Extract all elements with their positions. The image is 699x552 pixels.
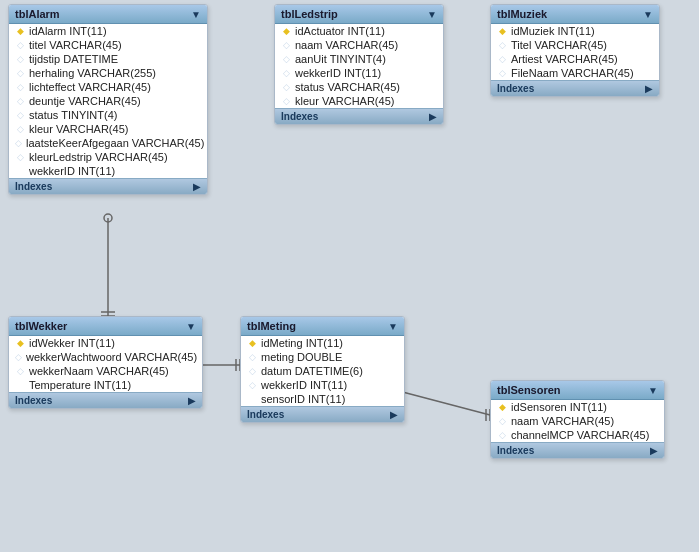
table-row: ◇wekkerWachtwoord VARCHAR(45) (9, 350, 202, 364)
table-row: ◆idAlarm INT(11) (9, 24, 207, 38)
table-header-tblLedstrip[interactable]: tblLedstrip ▼ (275, 5, 443, 24)
table-footer-tblMuziek[interactable]: Indexes ▶ (491, 80, 659, 96)
diamond-icon: ◇ (497, 68, 507, 78)
table-row: ◇laatsteKeerAfgegaan VARCHAR(45) (9, 136, 207, 150)
indexes-arrow: ▶ (650, 445, 658, 456)
table-row: ◇channelMCP VARCHAR(45) (491, 428, 664, 442)
indexes-label: Indexes (281, 111, 318, 122)
field-text: idMuziek INT(11) (511, 25, 595, 37)
diamond-icon: ◇ (497, 416, 507, 426)
field-text: wekkerID INT(11) (261, 379, 347, 391)
table-header-tblMeting[interactable]: tblMeting ▼ (241, 317, 404, 336)
spacer-icon (247, 394, 257, 404)
table-row: wekkerID INT(11) (9, 164, 207, 178)
table-row: ◇kleur VARCHAR(45) (9, 122, 207, 136)
table-footer-tblSensoren[interactable]: Indexes ▶ (491, 442, 664, 458)
key-icon: ◆ (497, 402, 507, 412)
table-row: ◇wekkerID INT(11) (241, 378, 404, 392)
table-title-tblLedstrip: tblLedstrip (281, 8, 338, 20)
field-text: Temperature INT(11) (29, 379, 131, 391)
table-footer-tblAlarm[interactable]: Indexes ▶ (9, 178, 207, 194)
key-icon: ◆ (247, 338, 257, 348)
table-row: ◆idMeting INT(11) (241, 336, 404, 350)
diamond-icon: ◇ (15, 110, 25, 120)
spacer-icon (15, 166, 25, 176)
field-text: idSensoren INT(11) (511, 401, 607, 413)
field-text: deuntje VARCHAR(45) (29, 95, 141, 107)
table-row: ◇tijdstip DATETIME (9, 52, 207, 66)
field-text: kleur VARCHAR(45) (29, 123, 128, 135)
table-row: ◇wekkerNaam VARCHAR(45) (9, 364, 202, 378)
table-tblMuziek: tblMuziek ▼ ◆idMuziek INT(11) ◇Titel VAR… (490, 4, 660, 97)
diamond-icon: ◇ (15, 68, 25, 78)
field-text: Titel VARCHAR(45) (511, 39, 607, 51)
table-row: ◇deuntje VARCHAR(45) (9, 94, 207, 108)
field-text: idAlarm INT(11) (29, 25, 107, 37)
indexes-label: Indexes (497, 445, 534, 456)
field-text: naam VARCHAR(45) (511, 415, 614, 427)
field-text: channelMCP VARCHAR(45) (511, 429, 649, 441)
field-text: datum DATETIME(6) (261, 365, 363, 377)
field-text: idWekker INT(11) (29, 337, 115, 349)
diamond-icon: ◇ (15, 124, 25, 134)
table-row: ◇aanUit TINYINT(4) (275, 52, 443, 66)
diamond-icon: ◇ (497, 40, 507, 50)
table-header-arrow-tblSensoren: ▼ (648, 385, 658, 396)
field-text: wekkerID INT(11) (29, 165, 115, 177)
indexes-arrow: ▶ (429, 111, 437, 122)
diamond-icon: ◇ (15, 366, 25, 376)
table-row: ◇titel VARCHAR(45) (9, 38, 207, 52)
diamond-icon: ◇ (15, 352, 22, 362)
field-text: wekkerWachtwoord VARCHAR(45) (26, 351, 197, 363)
table-title-tblAlarm: tblAlarm (15, 8, 60, 20)
indexes-arrow: ▶ (390, 409, 398, 420)
table-header-tblSensoren[interactable]: tblSensoren ▼ (491, 381, 664, 400)
svg-point-1 (104, 214, 112, 222)
table-header-tblAlarm[interactable]: tblAlarm ▼ (9, 5, 207, 24)
field-text: sensorID INT(11) (261, 393, 345, 405)
table-tblSensoren: tblSensoren ▼ ◆idSensoren INT(11) ◇naam … (490, 380, 665, 459)
diamond-icon: ◇ (15, 54, 25, 64)
indexes-label: Indexes (15, 181, 52, 192)
diamond-icon: ◇ (281, 82, 291, 92)
table-row: ◇status VARCHAR(45) (275, 80, 443, 94)
field-text: naam VARCHAR(45) (295, 39, 398, 51)
field-text: status VARCHAR(45) (295, 81, 400, 93)
table-title-tblMeting: tblMeting (247, 320, 296, 332)
diamond-icon: ◇ (15, 152, 25, 162)
diamond-icon: ◇ (281, 96, 291, 106)
table-row: ◇kleurLedstrip VARCHAR(45) (9, 150, 207, 164)
field-text: laatsteKeerAfgegaan VARCHAR(45) (26, 137, 204, 149)
table-row: sensorID INT(11) (241, 392, 404, 406)
table-footer-tblMeting[interactable]: Indexes ▶ (241, 406, 404, 422)
table-row: ◇Titel VARCHAR(45) (491, 38, 659, 52)
indexes-label: Indexes (497, 83, 534, 94)
table-row: ◇kleur VARCHAR(45) (275, 94, 443, 108)
field-text: status TINYINT(4) (29, 109, 117, 121)
diamond-icon: ◇ (247, 366, 257, 376)
diamond-icon: ◇ (281, 68, 291, 78)
field-text: kleur VARCHAR(45) (295, 95, 394, 107)
table-row: ◇datum DATETIME(6) (241, 364, 404, 378)
table-tblAlarm: tblAlarm ▼ ◆idAlarm INT(11) ◇titel VARCH… (8, 4, 208, 195)
table-header-arrow-tblMeting: ▼ (388, 321, 398, 332)
table-footer-tblWekker[interactable]: Indexes ▶ (9, 392, 202, 408)
field-text: Artiest VARCHAR(45) (511, 53, 618, 65)
indexes-arrow: ▶ (188, 395, 196, 406)
diamond-icon: ◇ (15, 138, 22, 148)
key-icon: ◆ (15, 26, 25, 36)
field-text: idMeting INT(11) (261, 337, 343, 349)
diamond-icon: ◇ (497, 54, 507, 64)
table-row: ◇naam VARCHAR(45) (491, 414, 664, 428)
spacer-icon (15, 380, 25, 390)
table-row: ◇wekkerID INT(11) (275, 66, 443, 80)
table-row: ◇naam VARCHAR(45) (275, 38, 443, 52)
table-header-tblMuziek[interactable]: tblMuziek ▼ (491, 5, 659, 24)
table-tblMeting: tblMeting ▼ ◆idMeting INT(11) ◇meting DO… (240, 316, 405, 423)
indexes-label: Indexes (15, 395, 52, 406)
diamond-icon: ◇ (15, 82, 25, 92)
field-text: tijdstip DATETIME (29, 53, 118, 65)
field-text: aanUit TINYINT(4) (295, 53, 386, 65)
table-header-tblWekker[interactable]: tblWekker ▼ (9, 317, 202, 336)
table-footer-tblLedstrip[interactable]: Indexes ▶ (275, 108, 443, 124)
